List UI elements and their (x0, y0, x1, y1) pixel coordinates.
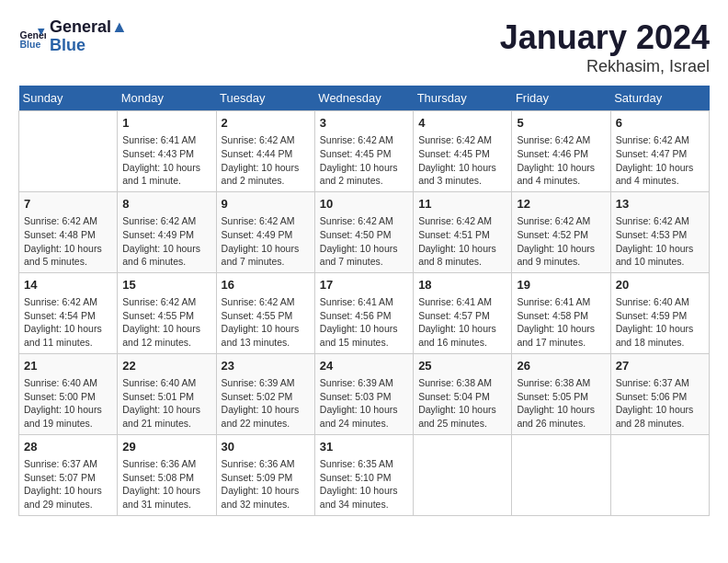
location: Rekhasim, Israel (500, 57, 710, 76)
page-header: General Blue General▲ Blue January 2024 … (18, 18, 710, 76)
day-number: 24 (320, 358, 408, 374)
day-info: Sunrise: 6:41 AM Sunset: 4:58 PM Dayligh… (517, 295, 605, 350)
day-info: Sunrise: 6:42 AM Sunset: 4:55 PM Dayligh… (122, 295, 210, 350)
weekday-header: Tuesday (216, 86, 314, 111)
calendar-day-cell: 20Sunrise: 6:40 AM Sunset: 4:59 PM Dayli… (610, 272, 709, 353)
day-info: Sunrise: 6:42 AM Sunset: 4:44 PM Dayligh… (222, 133, 310, 188)
calendar-week-row: 14Sunrise: 6:42 AM Sunset: 4:54 PM Dayli… (19, 272, 710, 353)
calendar-day-cell: 12Sunrise: 6:42 AM Sunset: 4:52 PM Dayli… (512, 191, 610, 272)
calendar-day-cell: 26Sunrise: 6:38 AM Sunset: 5:05 PM Dayli… (512, 353, 610, 434)
day-info: Sunrise: 6:42 AM Sunset: 4:48 PM Dayligh… (24, 214, 112, 269)
calendar-day-cell: 2Sunrise: 6:42 AM Sunset: 4:44 PM Daylig… (216, 111, 314, 192)
day-number: 15 (122, 277, 210, 293)
svg-text:Blue: Blue (20, 39, 41, 50)
month-title: January 2024 Rekhasim, Israel (500, 18, 710, 76)
calendar-day-cell: 31Sunrise: 6:35 AM Sunset: 5:10 PM Dayli… (314, 434, 413, 515)
calendar-day-cell: 30Sunrise: 6:36 AM Sunset: 5:09 PM Dayli… (216, 434, 314, 515)
day-info: Sunrise: 6:40 AM Sunset: 4:59 PM Dayligh… (616, 295, 704, 350)
day-info: Sunrise: 6:36 AM Sunset: 5:08 PM Dayligh… (122, 457, 210, 511)
calendar-day-cell: 11Sunrise: 6:42 AM Sunset: 4:51 PM Dayli… (414, 191, 512, 272)
calendar-day-cell: 23Sunrise: 6:39 AM Sunset: 5:02 PM Dayli… (216, 353, 314, 434)
day-number: 3 (320, 115, 408, 132)
calendar-table: SundayMondayTuesdayWednesdayThursdayFrid… (18, 86, 710, 516)
weekday-header: Friday (512, 86, 610, 111)
day-number: 29 (122, 439, 210, 455)
calendar-day-cell: 8Sunrise: 6:42 AM Sunset: 4:49 PM Daylig… (118, 191, 216, 272)
day-number: 22 (122, 358, 210, 374)
day-number: 21 (24, 358, 112, 374)
weekday-header: Wednesday (314, 86, 413, 111)
day-info: Sunrise: 6:39 AM Sunset: 5:03 PM Dayligh… (320, 376, 408, 431)
calendar-week-row: 28Sunrise: 6:37 AM Sunset: 5:07 PM Dayli… (19, 434, 710, 515)
day-info: Sunrise: 6:42 AM Sunset: 4:54 PM Dayligh… (24, 295, 112, 350)
day-info: Sunrise: 6:42 AM Sunset: 4:55 PM Dayligh… (222, 295, 310, 350)
day-number: 26 (517, 358, 605, 374)
day-number: 23 (222, 358, 310, 374)
calendar-day-cell (610, 434, 709, 515)
day-number: 18 (418, 277, 506, 293)
calendar-day-cell: 1Sunrise: 6:41 AM Sunset: 4:43 PM Daylig… (118, 111, 216, 192)
day-info: Sunrise: 6:42 AM Sunset: 4:53 PM Dayligh… (616, 214, 704, 269)
calendar-day-cell: 5Sunrise: 6:42 AM Sunset: 4:46 PM Daylig… (512, 111, 610, 192)
weekday-header: Saturday (610, 86, 709, 111)
day-number: 13 (616, 196, 704, 213)
day-number: 6 (616, 115, 704, 132)
calendar-day-cell (512, 434, 610, 515)
day-number: 8 (122, 196, 210, 213)
day-info: Sunrise: 6:38 AM Sunset: 5:05 PM Dayligh… (517, 376, 605, 431)
logo-text-line1: General▲ (50, 18, 128, 37)
day-info: Sunrise: 6:38 AM Sunset: 5:04 PM Dayligh… (418, 376, 506, 431)
calendar-week-row: 7Sunrise: 6:42 AM Sunset: 4:48 PM Daylig… (19, 191, 710, 272)
calendar-day-cell: 17Sunrise: 6:41 AM Sunset: 4:56 PM Dayli… (314, 272, 413, 353)
day-info: Sunrise: 6:41 AM Sunset: 4:57 PM Dayligh… (418, 295, 506, 350)
day-number: 17 (320, 277, 408, 293)
day-number: 27 (616, 358, 704, 374)
weekday-header-row: SundayMondayTuesdayWednesdayThursdayFrid… (19, 86, 710, 111)
day-info: Sunrise: 6:37 AM Sunset: 5:07 PM Dayligh… (24, 457, 112, 511)
day-info: Sunrise: 6:35 AM Sunset: 5:10 PM Dayligh… (320, 457, 408, 511)
calendar-day-cell (414, 434, 512, 515)
logo: General Blue General▲ Blue (18, 18, 128, 55)
day-number: 12 (517, 196, 605, 213)
calendar-day-cell (19, 111, 118, 192)
calendar-day-cell: 6Sunrise: 6:42 AM Sunset: 4:47 PM Daylig… (610, 111, 709, 192)
day-number: 20 (616, 277, 704, 293)
calendar-day-cell: 16Sunrise: 6:42 AM Sunset: 4:55 PM Dayli… (216, 272, 314, 353)
calendar-week-row: 1Sunrise: 6:41 AM Sunset: 4:43 PM Daylig… (19, 111, 710, 192)
day-number: 25 (418, 358, 506, 374)
day-info: Sunrise: 6:41 AM Sunset: 4:56 PM Dayligh… (320, 295, 408, 350)
weekday-header: Thursday (414, 86, 512, 111)
day-number: 19 (517, 277, 605, 293)
calendar-day-cell: 7Sunrise: 6:42 AM Sunset: 4:48 PM Daylig… (19, 191, 118, 272)
day-number: 7 (24, 196, 112, 213)
day-number: 2 (222, 115, 310, 132)
weekday-header: Sunday (19, 86, 118, 111)
day-number: 16 (222, 277, 310, 293)
calendar-day-cell: 9Sunrise: 6:42 AM Sunset: 4:49 PM Daylig… (216, 191, 314, 272)
logo-text-line2: Blue (50, 37, 128, 55)
day-info: Sunrise: 6:40 AM Sunset: 5:01 PM Dayligh… (122, 376, 210, 431)
day-number: 10 (320, 196, 408, 213)
day-info: Sunrise: 6:42 AM Sunset: 4:49 PM Dayligh… (122, 214, 210, 269)
day-info: Sunrise: 6:36 AM Sunset: 5:09 PM Dayligh… (222, 457, 310, 511)
calendar-day-cell: 24Sunrise: 6:39 AM Sunset: 5:03 PM Dayli… (314, 353, 413, 434)
day-number: 4 (418, 115, 506, 132)
calendar-day-cell: 13Sunrise: 6:42 AM Sunset: 4:53 PM Dayli… (610, 191, 709, 272)
day-number: 1 (122, 115, 210, 132)
calendar-day-cell: 3Sunrise: 6:42 AM Sunset: 4:45 PM Daylig… (314, 111, 413, 192)
day-info: Sunrise: 6:42 AM Sunset: 4:47 PM Dayligh… (616, 133, 704, 188)
calendar-day-cell: 28Sunrise: 6:37 AM Sunset: 5:07 PM Dayli… (19, 434, 118, 515)
logo-icon: General Blue (18, 23, 46, 51)
day-info: Sunrise: 6:42 AM Sunset: 4:45 PM Dayligh… (320, 133, 408, 188)
month-year: January 2024 (500, 18, 710, 57)
calendar-day-cell: 21Sunrise: 6:40 AM Sunset: 5:00 PM Dayli… (19, 353, 118, 434)
day-info: Sunrise: 6:41 AM Sunset: 4:43 PM Dayligh… (122, 133, 210, 188)
day-number: 5 (517, 115, 605, 132)
calendar-day-cell: 22Sunrise: 6:40 AM Sunset: 5:01 PM Dayli… (118, 353, 216, 434)
day-info: Sunrise: 6:37 AM Sunset: 5:06 PM Dayligh… (616, 376, 704, 431)
calendar-day-cell: 18Sunrise: 6:41 AM Sunset: 4:57 PM Dayli… (414, 272, 512, 353)
calendar-day-cell: 4Sunrise: 6:42 AM Sunset: 4:45 PM Daylig… (414, 111, 512, 192)
day-info: Sunrise: 6:42 AM Sunset: 4:51 PM Dayligh… (418, 214, 506, 269)
day-info: Sunrise: 6:42 AM Sunset: 4:45 PM Dayligh… (418, 133, 506, 188)
day-number: 11 (418, 196, 506, 213)
